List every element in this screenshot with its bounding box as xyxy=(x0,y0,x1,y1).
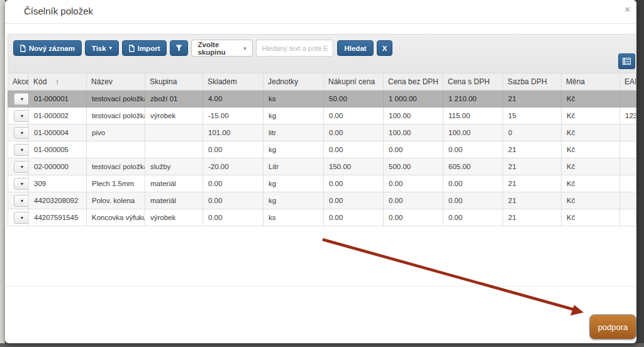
table-cell: 21 xyxy=(503,192,562,209)
table-cell: -15.00 xyxy=(203,107,264,124)
table-cell xyxy=(620,141,636,158)
caret-down-icon: ▼ xyxy=(20,165,25,169)
file-icon xyxy=(20,45,26,52)
backdrop-left-strip xyxy=(0,0,5,343)
column-header-m-na[interactable]: Měna xyxy=(562,74,620,91)
group-select[interactable]: Zvolte skupinu ▼ xyxy=(191,40,253,57)
row-actions-button[interactable]: ▼ xyxy=(14,110,29,122)
caret-down-icon: ▼ xyxy=(20,182,25,186)
action-cell: ▼ xyxy=(8,192,29,209)
table-cell: Kč xyxy=(562,158,620,175)
column-header-skladem[interactable]: Skladem xyxy=(203,74,264,91)
sort-ascending-icon: ↑ xyxy=(55,78,59,85)
row-actions-button[interactable]: ▼ xyxy=(14,178,29,190)
table-cell: 100.00 xyxy=(384,124,443,141)
print-button[interactable]: Tisk ▾ xyxy=(85,40,119,56)
close-icon[interactable]: × xyxy=(625,4,630,14)
column-header-sazba-dph[interactable]: Sazba DPH xyxy=(503,74,562,91)
column-header-akce[interactable]: Akce xyxy=(8,74,29,91)
action-cell: ▼ xyxy=(8,91,29,107)
table-cell: 0.00 xyxy=(443,175,503,192)
table-cell: 4.00 xyxy=(203,91,264,107)
table-cell: 605.00 xyxy=(443,158,503,175)
table-cell: 101.00 xyxy=(203,124,264,141)
table-row[interactable]: ▼309Plech 1.5mmmateriál0.00kg0.000.000.0… xyxy=(8,175,636,192)
row-actions-button[interactable]: ▼ xyxy=(14,212,29,224)
support-button[interactable]: podpora xyxy=(589,314,636,339)
table-cell: 115.00 xyxy=(443,107,503,124)
table-cell: 21 xyxy=(503,158,562,175)
table-row[interactable]: ▼44203208092Polov. kolenamateriál0.00kg0… xyxy=(8,192,636,209)
table-cell: Kč xyxy=(562,91,620,107)
action-cell: ▼ xyxy=(8,175,29,192)
row-actions-button[interactable]: ▼ xyxy=(14,144,29,156)
import-button[interactable]: Import xyxy=(122,40,167,56)
filter-icon xyxy=(175,45,182,52)
table-cell xyxy=(620,209,636,226)
table-cell: 0.00 xyxy=(443,192,503,209)
table-cell: 500.00 xyxy=(384,158,443,175)
column-header-cena-s-dph[interactable]: Cena s DPH xyxy=(443,74,503,91)
table-cell xyxy=(145,141,203,158)
table-row[interactable]: ▼01-0000050.00kg0.000.000.0021Kč xyxy=(8,141,636,158)
column-header-k-d[interactable]: Kód↑ xyxy=(29,74,87,91)
file-icon xyxy=(129,45,135,52)
table-row[interactable]: ▼44207591545Koncovka výfukuvýrobek0.00ks… xyxy=(8,209,636,226)
column-header-n-zev[interactable]: Název xyxy=(87,74,145,91)
table-cell: 15 xyxy=(503,107,562,124)
table-cell: 50.00 xyxy=(324,91,384,107)
column-header-skupina[interactable]: Skupina xyxy=(145,74,203,91)
column-settings-button[interactable] xyxy=(618,53,635,69)
table-cell: 0.00 xyxy=(324,209,384,226)
table-cell xyxy=(620,192,636,209)
table-row[interactable]: ▼01-000004pivo101.00litr0.00100.00100.00… xyxy=(8,124,636,141)
chevron-down-icon: ▼ xyxy=(243,46,248,52)
action-cell: ▼ xyxy=(8,209,29,226)
table-cell: 0.00 xyxy=(324,124,384,141)
table-header-row: AkceKód↑NázevSkupinaSklademJednotkyNákup… xyxy=(8,74,636,91)
table-cell: ks xyxy=(264,209,324,226)
items-table: AkceKód↑NázevSkupinaSklademJednotkyNákup… xyxy=(8,73,636,226)
items-codebook-modal: Číselník položek × Nový záznam Tisk ▾ xyxy=(5,0,636,343)
grid-panel: Nový záznam Tisk ▾ Import Zvolte skupi xyxy=(8,34,636,226)
table-cell: Kč xyxy=(562,124,620,141)
search-input[interactable] xyxy=(256,40,333,57)
search-button[interactable]: Hledat xyxy=(337,40,373,56)
table-cell: Polov. kolena xyxy=(87,192,145,209)
table-cell: 21 xyxy=(503,141,562,158)
backdrop-right-strip xyxy=(636,0,644,347)
table-row[interactable]: ▼02-000000testovací položka 03služby-20.… xyxy=(8,158,636,175)
row-actions-button[interactable]: ▼ xyxy=(14,93,29,105)
new-record-button[interactable]: Nový záznam xyxy=(13,40,82,56)
table-cell: 0.00 xyxy=(324,192,384,209)
row-actions-button[interactable]: ▼ xyxy=(14,127,29,139)
toolbar: Nový záznam Tisk ▾ Import Zvolte skupi xyxy=(8,34,636,73)
table-row[interactable]: ▼01-000002testovací položka 2výrobek-15.… xyxy=(8,107,636,124)
table-cell: 0.00 xyxy=(384,175,443,192)
column-header-cena-bez-dph[interactable]: Cena bez DPH xyxy=(384,74,443,91)
table-cell: 02-000000 xyxy=(29,158,87,175)
table-cell: 1 000.00 xyxy=(384,91,443,107)
table-cell: 0.00 xyxy=(443,141,503,158)
table-cell: 1 210.00 xyxy=(443,91,503,107)
table-row[interactable]: ▼01-000001testovací položka 1zboží 014.0… xyxy=(8,91,636,107)
table-cell: 01-000005 xyxy=(29,141,87,158)
table-cell: 150.00 xyxy=(324,158,384,175)
table-cell: 0.00 xyxy=(203,141,264,158)
row-actions-button[interactable]: ▼ xyxy=(14,195,29,207)
column-header-ean-k[interactable]: EAN k xyxy=(620,74,636,91)
column-header-n-kupn-cena[interactable]: Nákupní cena xyxy=(324,74,384,91)
table-cell: testovací položka 1 xyxy=(87,91,145,107)
action-cell: ▼ xyxy=(8,141,29,158)
table-cell: Kč xyxy=(562,192,620,209)
filter-button[interactable] xyxy=(170,40,188,56)
row-actions-button[interactable]: ▼ xyxy=(14,161,29,173)
table-cell: kg xyxy=(264,175,324,192)
clear-search-button[interactable]: X xyxy=(377,40,393,56)
column-header-jednotky[interactable]: Jednotky xyxy=(264,74,324,91)
table-cell xyxy=(145,124,203,141)
action-cell: ▼ xyxy=(8,107,29,124)
table-cell: 01-000001 xyxy=(29,91,87,107)
table-cell: pivo xyxy=(87,124,145,141)
table-cell: 0.00 xyxy=(203,192,264,209)
